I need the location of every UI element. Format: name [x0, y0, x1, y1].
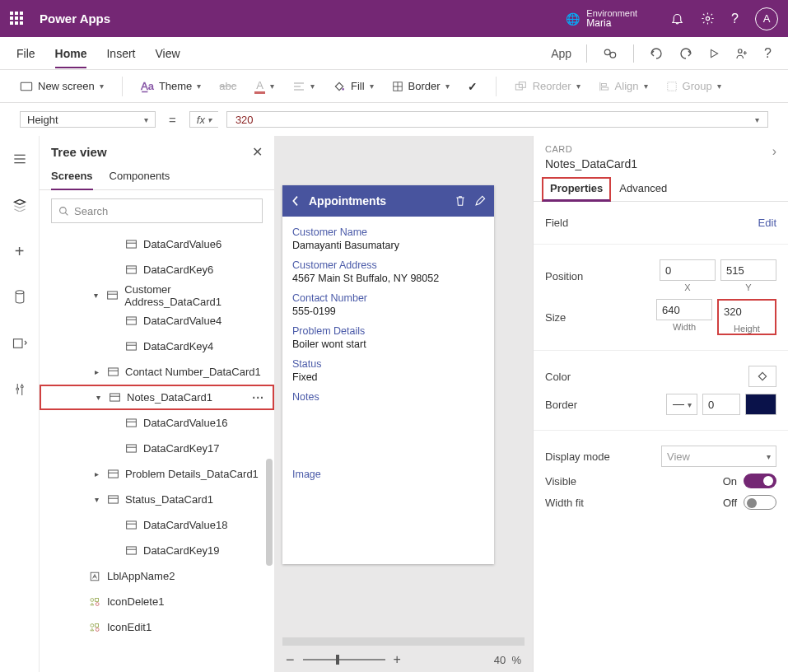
environment-picker[interactable]: 🌐 Environment Maria: [566, 8, 637, 29]
property-select[interactable]: Height▾: [20, 111, 156, 128]
gear-icon[interactable]: [701, 12, 715, 26]
node-label: DataCardValue16: [143, 417, 227, 429]
tab-advanced[interactable]: Advanced: [611, 177, 675, 201]
visible-toggle[interactable]: [744, 474, 776, 488]
play-icon[interactable]: [708, 47, 720, 60]
tree-node[interactable]: ▾Customer Address_DataCard1: [40, 282, 274, 308]
node-icon: [107, 367, 119, 376]
svg-point-52: [91, 598, 94, 601]
tree-node[interactable]: DataCardValue6: [40, 231, 274, 257]
color-label: Color: [545, 371, 748, 383]
waffle-icon[interactable]: [10, 12, 25, 26]
tree-node[interactable]: ▾Notes_DataCard1···: [40, 385, 274, 410]
tree-node[interactable]: DataCardValue18: [40, 512, 274, 538]
share-icon[interactable]: [734, 46, 749, 61]
tab-screens[interactable]: Screens: [51, 165, 93, 190]
tree-node[interactable]: ▸Problem Details_DataCard1: [40, 461, 274, 487]
help-icon[interactable]: ?: [731, 12, 739, 26]
rail-media-icon[interactable]: [7, 330, 33, 357]
fx-button[interactable]: fx▾: [189, 111, 218, 128]
tree-scroll[interactable]: DataCardValue6DataCardKey6▾Customer Addr…: [40, 228, 274, 672]
tree-node[interactable]: ▾Status_DataCard1: [40, 487, 274, 512]
tree-node[interactable]: DataCardValue4: [40, 308, 274, 334]
border-style-select[interactable]: ▾: [666, 394, 697, 415]
tree-node[interactable]: DataCardKey4: [40, 334, 274, 359]
tree-node[interactable]: DataCardKey19: [40, 538, 274, 563]
node-icon: [125, 316, 137, 325]
tree-node[interactable]: IconDelete1: [40, 589, 274, 614]
height-input[interactable]: 320: [719, 301, 775, 322]
node-icon: [107, 291, 119, 300]
edit-icon[interactable]: [474, 195, 486, 207]
border-button[interactable]: Border▾: [389, 78, 453, 94]
rail-insert-icon[interactable]: +: [7, 238, 33, 264]
node-label: DataCardKey17: [143, 442, 220, 455]
object-type: CARD: [545, 144, 637, 154]
checker-icon[interactable]: [602, 46, 618, 61]
device-preview[interactable]: Appointments Customer NameDamayanti Basu…: [282, 185, 494, 564]
rail-hamburger-icon[interactable]: [7, 146, 33, 172]
tree-search-input[interactable]: Search: [51, 198, 263, 223]
props-expand-icon[interactable]: ›: [772, 144, 776, 159]
field-label: Image: [292, 469, 484, 480]
trash-icon[interactable]: [455, 194, 466, 208]
formula-bar: Height▾ = fx▾ 320▾: [0, 103, 788, 136]
pos-y-input[interactable]: 515: [720, 259, 776, 281]
menu-home[interactable]: Home: [55, 47, 87, 68]
widthfit-toggle[interactable]: [744, 495, 776, 510]
top-bar: Power Apps 🌐 Environment Maria ? A: [0, 0, 788, 37]
new-screen-button[interactable]: New screen▾: [16, 78, 107, 94]
tree-node[interactable]: DataCardKey17: [40, 436, 274, 461]
tree-title: Tree view: [51, 145, 107, 159]
tree-node[interactable]: DataCardValue16: [40, 410, 274, 436]
expand-toolbar-button[interactable]: ✓: [464, 78, 481, 95]
zoom-out-icon[interactable]: −: [286, 651, 295, 669]
svg-rect-56: [96, 623, 99, 627]
display-mode-select[interactable]: View▾: [661, 446, 776, 467]
tree-panel: Tree view ✕ Screens Components Search Da…: [40, 136, 274, 672]
rail-data-icon[interactable]: [7, 284, 33, 310]
menu-file[interactable]: File: [16, 47, 35, 60]
redo-icon[interactable]: [678, 47, 693, 60]
node-more-icon[interactable]: ···: [252, 391, 264, 404]
undo-icon[interactable]: [649, 47, 664, 60]
form-field: Contact Number555-0199: [292, 292, 484, 317]
tree-node[interactable]: IconEdit1: [40, 614, 274, 640]
zoom-slider[interactable]: [303, 659, 385, 660]
form-field: Problem DetailsBoiler wont start: [292, 325, 484, 350]
zoom-value: 40: [494, 654, 506, 666]
width-input[interactable]: 640: [656, 299, 712, 320]
canvas-area: Appointments Customer NameDamayanti Basu…: [274, 136, 533, 672]
canvas-hscroll[interactable]: [274, 636, 533, 647]
svg-point-6: [342, 88, 344, 91]
close-tree-icon[interactable]: ✕: [252, 144, 263, 160]
tree-node[interactable]: LblAppName2: [40, 563, 274, 589]
menu-insert[interactable]: Insert: [106, 47, 135, 60]
zoom-in-icon[interactable]: +: [394, 652, 401, 667]
fill-button[interactable]: Fill▾: [329, 78, 377, 95]
pos-x-input[interactable]: 0: [660, 259, 716, 281]
color-button[interactable]: [748, 366, 776, 387]
avatar[interactable]: A: [755, 7, 778, 30]
theme-button[interactable]: A̲a Theme▾: [138, 78, 205, 94]
svg-rect-14: [601, 87, 608, 90]
tree-node[interactable]: ▸Contact Number_DataCard1: [40, 359, 274, 385]
border-color-button[interactable]: [745, 394, 776, 415]
edit-field-link[interactable]: Edit: [758, 217, 776, 229]
back-icon[interactable]: [291, 194, 301, 208]
field-label: Field: [545, 217, 758, 229]
svg-rect-2: [21, 82, 31, 90]
rail-tree-icon[interactable]: [7, 192, 33, 218]
rail-tools-icon[interactable]: [7, 376, 33, 403]
help2-icon[interactable]: ?: [764, 46, 772, 61]
menu-view[interactable]: View: [155, 47, 180, 60]
display-mode-label: Display mode: [545, 450, 661, 463]
tab-components[interactable]: Components: [110, 165, 170, 189]
tree-node[interactable]: DataCardKey6: [40, 257, 274, 282]
formula-input[interactable]: 320▾: [226, 111, 768, 128]
tab-properties[interactable]: Properties: [542, 177, 611, 202]
position-label: Position: [545, 270, 660, 282]
app-label[interactable]: App: [551, 47, 571, 60]
bell-icon[interactable]: [670, 12, 684, 26]
border-width-input[interactable]: 0: [702, 394, 740, 415]
